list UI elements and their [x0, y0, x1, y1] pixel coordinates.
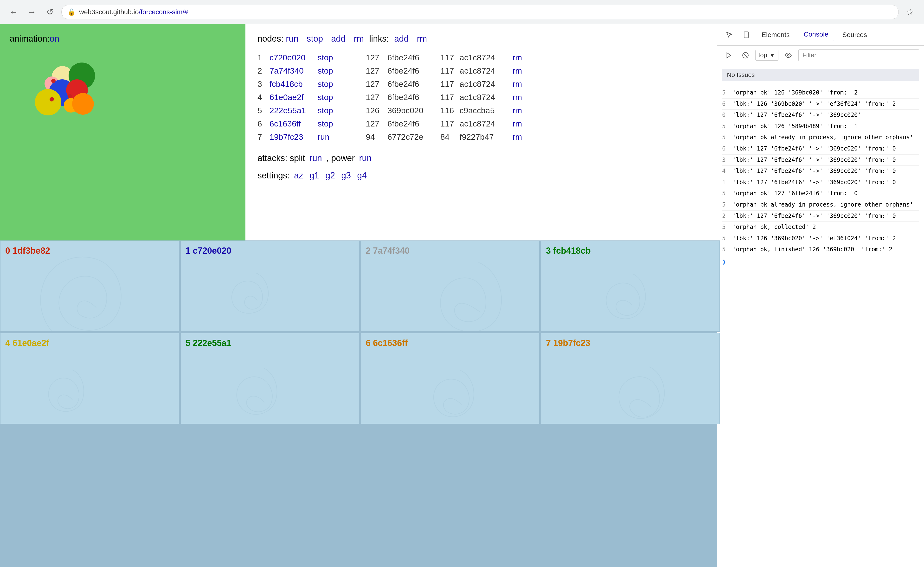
console-line: 5 'orphan bk' 126 '5894b489' 'from:' 1	[722, 121, 919, 132]
node-id-4[interactable]: 61e0ae2f	[269, 93, 313, 102]
svg-marker-17	[727, 52, 730, 58]
node-rm-1[interactable]: rm	[512, 53, 556, 62]
table-row: 2 7a74f340 stop 127 6fbe24f6 117 ac1c872…	[257, 64, 705, 77]
bookmark-button[interactable]: ☆	[903, 5, 917, 18]
node-rm-5[interactable]: rm	[512, 106, 556, 115]
nodes-rm-link[interactable]: rm	[354, 34, 364, 44]
node-run-7[interactable]: run	[318, 132, 361, 142]
clear-console-button[interactable]	[739, 49, 752, 62]
grid-label-2: 2 7a74f340	[366, 246, 410, 256]
tab-elements[interactable]: Elements	[756, 28, 795, 41]
attacks-line: attacks: split run , power run	[257, 153, 705, 163]
graph-node-yellow	[35, 89, 62, 116]
graph-edges	[0, 24, 245, 240]
content-area: animation:on	[0, 24, 924, 567]
grid-cell-2: 2 7a74f340	[361, 240, 540, 332]
console-line: 5 'orphan bk, finished' 126 '369bc020' '…	[722, 244, 919, 255]
filter-input[interactable]	[798, 49, 919, 62]
node-id-2[interactable]: 7a74f340	[269, 66, 313, 75]
back-button[interactable]: ←	[7, 5, 21, 18]
nodes-stop-link[interactable]: stop	[306, 34, 323, 44]
node-stop-1[interactable]: stop	[318, 53, 361, 62]
settings-g4[interactable]: g4	[357, 171, 367, 180]
inspect-element-button[interactable]	[722, 28, 736, 42]
center-panel: nodes: run stop add rm links: add rm 1 c…	[245, 24, 717, 240]
links-rm-link[interactable]: rm	[417, 34, 427, 44]
run-script-button[interactable]	[722, 49, 735, 62]
settings-az[interactable]: az	[294, 171, 303, 180]
console-line: 6 'lbk:' 127 '6fbe24f6' '->' '369bc020' …	[722, 143, 919, 154]
settings-g1[interactable]: g1	[310, 171, 319, 180]
graph-node-orange	[72, 93, 94, 115]
reload-button[interactable]: ↺	[43, 5, 57, 18]
nodes-header: nodes: run stop add rm links: add rm	[257, 34, 705, 44]
grid-label-7: 7 19b7fc23	[546, 338, 590, 348]
node-table: 1 c720e020 stop 127 6fbe24f6 117 ac1c872…	[257, 51, 705, 144]
node-id-3[interactable]: fcb418cb	[269, 80, 313, 89]
links-add-link[interactable]: add	[394, 34, 409, 44]
grid-label-5: 5 222e55a1	[186, 338, 231, 348]
node-rm-3[interactable]: rm	[512, 80, 556, 89]
bottom-grid: 0 1df3be82 1 c720e020 2 7a74f340	[0, 240, 717, 567]
console-line: 5 'orphan bk already in process, ignore …	[722, 200, 919, 211]
nodes-add-link[interactable]: add	[331, 34, 346, 44]
console-line: 1 'lbk:' 127 '6fbe24f6' '->' '369bc020' …	[722, 177, 919, 188]
console-line: 4 'lbk:' 127 '6fbe24f6' '->' '369bc020' …	[722, 166, 919, 177]
node-id-7[interactable]: 19b7fc23	[269, 132, 313, 142]
grid-label-3: 3 fcb418cb	[546, 246, 591, 256]
attacks-split-run[interactable]: run	[310, 153, 322, 163]
table-row: 7 19b7fc23 run 94 6772c72e 84 f9227b47 r…	[257, 130, 705, 144]
console-output: 5 'orphan bk' 126 '369bc020' 'from:' 2 6…	[717, 85, 924, 567]
settings-g3[interactable]: g3	[341, 171, 351, 180]
table-row: 6 6c1636ff stop 127 6fbe24f6 117 ac1c872…	[257, 117, 705, 130]
graph-node-dot2	[68, 94, 72, 98]
graph-node-dot3	[50, 97, 54, 102]
console-line: 5 'lbk:' 126 '369bc020' '->' 'ef36f024' …	[722, 233, 919, 244]
address-bar[interactable]: 🔒 web3scout.github.io/forcecons-sim/#	[62, 5, 899, 19]
node-id-5[interactable]: 222e55a1	[269, 106, 313, 115]
settings-g2[interactable]: g2	[325, 171, 335, 180]
node-stop-5[interactable]: stop	[318, 106, 361, 115]
grid-cell-4: 4 61e0ae2f	[0, 333, 179, 424]
node-stop-3[interactable]: stop	[318, 80, 361, 89]
settings-line: settings: az g1 g2 g3 g4	[257, 171, 705, 181]
console-line: 5 'orphan bk' 126 '369bc020' 'from:' 2	[722, 87, 919, 99]
device-toolbar-button[interactable]	[739, 28, 753, 42]
svg-line-19	[743, 53, 747, 57]
nodes-run-link[interactable]: run	[286, 34, 298, 44]
grid-label-4: 4 61e0ae2f	[5, 338, 49, 348]
tab-sources[interactable]: Sources	[837, 28, 873, 41]
node-id-1[interactable]: c720e020	[269, 53, 313, 62]
console-line: 2 'lbk:' 127 '6fbe24f6' '->' '369bc020' …	[722, 211, 919, 222]
no-issues-badge: No Issues	[722, 69, 919, 81]
context-selector[interactable]: top ▼	[755, 50, 778, 61]
table-row: 1 c720e020 stop 127 6fbe24f6 117 ac1c872…	[257, 51, 705, 64]
console-line: 6 'lbk:' 126 '369bc020' '->' 'ef36f024' …	[722, 99, 919, 110]
node-stop-6[interactable]: stop	[318, 119, 361, 128]
grid-cell-1: 1 c720e020	[180, 240, 359, 332]
grid-cell-7: 7 19b7fc23	[541, 333, 720, 424]
node-id-6[interactable]: 6c1636ff	[269, 119, 313, 128]
devtools-tabs: Elements Console Sources	[717, 24, 924, 46]
url-display: web3scout.github.io/forcecons-sim/#	[79, 8, 188, 16]
tab-console[interactable]: Console	[798, 28, 834, 41]
table-row: 5 222e55a1 stop 126 369bc020 116 c9accba…	[257, 104, 705, 117]
forward-button[interactable]: →	[25, 5, 39, 18]
console-line: 5 'orphan bk, collected' 2	[722, 222, 919, 233]
node-rm-2[interactable]: rm	[512, 66, 556, 75]
force-graph: animation:on	[0, 24, 245, 240]
table-row: 4 61e0ae2f stop 127 6fbe24f6 117 ac1c872…	[257, 91, 705, 104]
console-line: 0 'lbk:' 127 '6fbe24f6' '->' '369bc020'	[722, 110, 919, 121]
node-stop-4[interactable]: stop	[318, 93, 361, 102]
node-stop-2[interactable]: stop	[318, 66, 361, 75]
table-row: 3 fcb418cb stop 127 6fbe24f6 117 ac1c872…	[257, 77, 705, 91]
svg-point-20	[787, 54, 789, 56]
node-rm-6[interactable]: rm	[512, 119, 556, 128]
console-prompt[interactable]: ❯	[722, 255, 919, 268]
console-line: 3 'lbk:' 127 '6fbe24f6' '->' '369bc020' …	[722, 154, 919, 166]
attacks-power-run[interactable]: run	[359, 153, 371, 163]
node-rm-7[interactable]: rm	[512, 132, 556, 142]
node-rm-4[interactable]: rm	[512, 93, 556, 102]
eye-button[interactable]	[782, 49, 795, 62]
lock-icon: 🔒	[68, 8, 76, 16]
